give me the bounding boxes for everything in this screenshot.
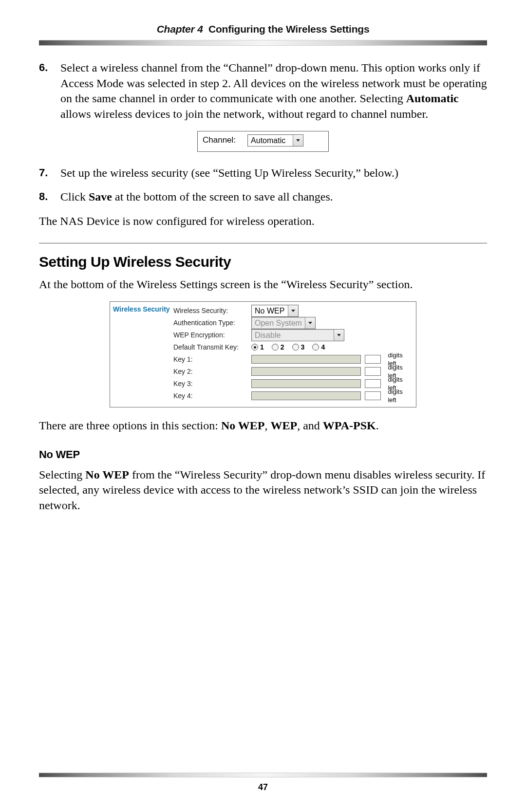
header-divider (39, 40, 487, 46)
digits-left-label: digits left (388, 388, 411, 404)
step-text: Click Save at the bottom of the screen t… (60, 189, 487, 205)
row-key-4: Key 4: digits left (173, 390, 411, 402)
post-steps-a: The (39, 215, 60, 227)
radio-key-1[interactable]: 1 (251, 343, 264, 351)
step-number: 6. (39, 60, 60, 122)
field-label: WEP Encryption: (173, 331, 246, 339)
radio-key-4[interactable]: 4 (312, 343, 325, 351)
section-divider (39, 243, 487, 243)
section-intro: At the bottom of the Wireless Settings s… (39, 277, 487, 293)
field-label: Wireless Security: (173, 306, 246, 315)
wireless-security-dropdown[interactable]: No WEP (251, 305, 299, 317)
field-label: Default Transmit Key: (173, 343, 246, 351)
key-4-input[interactable] (251, 391, 361, 400)
key-1-digits-input[interactable] (365, 355, 381, 364)
options-paragraph: There are three options in this section:… (39, 418, 487, 434)
step-text: Set up the wireless security (see “Setti… (60, 166, 487, 181)
document-page: Chapter 4 Configuring the Wireless Setti… (0, 0, 526, 812)
dropdown-value: Disable (252, 330, 334, 341)
step-8-text-a: Click (60, 190, 89, 203)
chevron-down-icon[interactable] (293, 135, 303, 146)
field-label: Key 4: (173, 391, 246, 400)
panel-title: Wireless Security (110, 302, 173, 407)
radio-label: 1 (260, 343, 264, 351)
nowep-heading: No WEP (39, 447, 487, 461)
dropdown-value: No WEP (252, 305, 288, 316)
row-wep-encryption: WEP Encryption: Disable (173, 329, 411, 341)
radio-key-2[interactable]: 2 (272, 343, 284, 351)
footer-divider (39, 773, 487, 777)
radio-icon (272, 344, 279, 351)
nowep-bold: No WEP (85, 468, 129, 481)
row-auth-type: Authentication Type: Open System (173, 317, 411, 329)
row-wireless-security: Wireless Security: No WEP (173, 305, 411, 317)
radio-icon (251, 344, 258, 351)
step-8-bold: Save (89, 190, 112, 203)
step-6-bold: Automatic (406, 92, 459, 105)
step-number: 7. (39, 166, 60, 181)
step-7: 7. Set up the wireless security (see “Se… (39, 166, 487, 181)
field-label: Key 1: (173, 355, 246, 364)
chevron-down-icon[interactable] (288, 305, 298, 316)
nowep-paragraph: Selecting No WEP from the “Wireless Secu… (39, 467, 487, 514)
dropdown-value: Open System (252, 317, 305, 329)
footer: 47 (39, 773, 487, 793)
page-number: 47 (39, 782, 487, 793)
nas-smallcaps: NAS (60, 215, 83, 227)
step-6: 6. Select a wireless channel from the “C… (39, 60, 487, 122)
step-text: Select a wireless channel from the “Chan… (60, 60, 487, 122)
transmit-key-radio-group: 1 2 3 4 (251, 343, 325, 351)
options-sep2: , and (297, 419, 323, 432)
wep-encryption-dropdown[interactable]: Disable (251, 329, 344, 341)
field-label: Authentication Type: (173, 318, 246, 327)
step-8-text-b: at the bottom of the screen to save all … (112, 190, 333, 203)
chevron-down-icon[interactable] (305, 317, 315, 329)
key-3-input[interactable] (251, 379, 361, 388)
nowep-a: Selecting (39, 468, 85, 481)
channel-dropdown[interactable]: Automatic (247, 134, 303, 147)
channel-label: Channel: (203, 135, 236, 146)
section-heading: Setting Up Wireless Security (39, 252, 487, 272)
channel-dropdown-value: Automatic (248, 135, 293, 146)
key-2-input[interactable] (251, 367, 361, 376)
key-2-digits-input[interactable] (365, 367, 381, 376)
post-steps-b: Device is now configured for wireless op… (83, 215, 315, 227)
post-steps-paragraph: The NAS Device is now configured for wir… (39, 214, 487, 229)
chapter-title: Configuring the Wireless Settings (208, 23, 369, 35)
options-a: There are three options in this section: (39, 419, 221, 432)
step-number: 8. (39, 189, 60, 205)
options-b1: No WEP (221, 419, 265, 432)
options-b2: WEP (270, 419, 297, 432)
key-1-input[interactable] (251, 355, 361, 364)
options-b3: WPA-PSK (323, 419, 376, 432)
radio-icon (292, 344, 299, 351)
radio-key-3[interactable]: 3 (292, 343, 305, 351)
key-3-digits-input[interactable] (365, 379, 381, 388)
field-label: Key 2: (173, 367, 246, 376)
field-label: Key 3: (173, 379, 246, 388)
wireless-security-panel: Wireless Security Wireless Security: No … (110, 301, 416, 407)
page-header: Chapter 4 Configuring the Wireless Setti… (39, 23, 487, 35)
radio-label: 3 (301, 343, 305, 351)
chapter-number: Chapter 4 (157, 23, 203, 35)
channel-figure: Channel: Automatic (197, 131, 329, 152)
radio-icon (312, 344, 319, 351)
key-4-digits-input[interactable] (365, 391, 381, 400)
chevron-down-icon[interactable] (334, 330, 344, 341)
step-8: 8. Click Save at the bottom of the scree… (39, 189, 487, 205)
auth-type-dropdown[interactable]: Open System (251, 317, 316, 329)
radio-label: 4 (321, 343, 325, 351)
options-end: . (376, 419, 379, 432)
radio-label: 2 (281, 343, 284, 351)
step-6-text-b: allows wireless devices to join the netw… (60, 108, 428, 120)
options-sep1: , (264, 419, 270, 432)
